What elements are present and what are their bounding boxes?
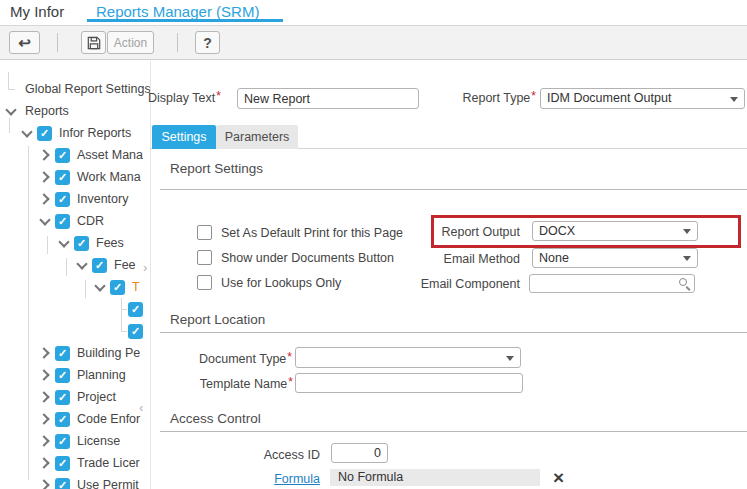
chevron-right-icon[interactable] [38,413,49,424]
chevron-right-icon[interactable] [38,435,49,446]
tree-checkbox-checked[interactable]: ✓ [55,390,70,405]
tree-expander[interactable] [19,131,34,136]
tree-item-building-pe[interactable]: ✓Building Pe [0,342,150,364]
tab-parameters[interactable]: Parameters [216,125,298,149]
tree-expander[interactable] [37,349,52,357]
document-type-dropdown[interactable] [295,347,521,368]
tree-item-fees[interactable]: ✓Fees [0,232,150,254]
tree-item-t[interactable]: ✓T [0,276,150,298]
back-button[interactable]: ↩ [9,31,40,54]
tree-item-asset-mana[interactable]: ✓Asset Mana [0,144,150,166]
tree-item-global-report-settings[interactable]: Global Report Settings [0,78,150,100]
checkbox-unchecked[interactable] [197,225,212,240]
checkbox-unchecked[interactable] [197,250,212,265]
chevron-down-icon [683,229,691,234]
tree-expander[interactable] [37,173,52,181]
tree-expander[interactable] [74,263,89,268]
tree-item[interactable]: ✓ [0,320,150,342]
tab-my-infor[interactable]: My Infor [10,3,64,20]
tab-reports-manager-srm[interactable]: Reports Manager (SRM) [96,3,259,20]
chevron-right-icon[interactable] [38,171,49,182]
tree-item-cdr[interactable]: ✓CDR [0,210,150,232]
tree-item-work-mana[interactable]: ✓Work Mana [0,166,150,188]
chevron-right-icon[interactable] [38,193,49,204]
tree-checkbox-checked[interactable]: ✓ [55,478,70,489]
splitter-collapse-left-icon[interactable]: ‹ [139,401,143,414]
checkbox-row[interactable]: Show under Documents Button [197,245,403,270]
tree-item-license[interactable]: ✓License [0,430,150,452]
save-button[interactable] [81,31,106,54]
tree-checkbox-checked[interactable]: ✓ [55,346,70,361]
email-method-dropdown[interactable]: None [532,248,698,268]
tree-item-infor-reports[interactable]: ✓Infor Reports [0,122,150,144]
report-output-dropdown[interactable]: DOCX [532,221,698,241]
tree-checkbox-checked[interactable]: ✓ [55,170,70,185]
help-button[interactable]: ? [195,31,220,54]
tree-item-trade-licer[interactable]: ✓Trade Licer [0,452,150,474]
chevron-down-icon[interactable] [94,280,105,291]
tree-item[interactable]: ✓ [0,298,150,320]
tree-expander[interactable] [92,285,107,290]
chevron-right-icon[interactable] [38,391,49,402]
tree-expander[interactable] [37,219,52,224]
tree-expander[interactable] [37,151,52,159]
tree-item-reports[interactable]: Reports [0,100,150,122]
tree-checkbox-checked[interactable]: ✓ [110,280,125,295]
tab-settings[interactable]: Settings [152,125,216,149]
chevron-down-icon[interactable] [5,104,16,115]
tree-checkbox-checked[interactable]: ✓ [92,258,107,273]
required-asterisk: * [287,350,292,364]
tree-expander[interactable] [56,241,71,246]
tree-checkbox-checked[interactable]: ✓ [55,456,70,471]
chevron-down-icon[interactable] [76,258,87,269]
email-component-field[interactable] [529,274,695,293]
tree-expander[interactable] [37,481,52,489]
tree-expander[interactable] [3,109,18,114]
tree-expander[interactable] [37,437,52,445]
chevron-right-icon[interactable] [38,149,49,160]
tree-checkbox-checked[interactable]: ✓ [128,302,143,317]
chevron-right-icon[interactable] [38,347,49,358]
display-text-input[interactable] [237,88,419,109]
template-name-input[interactable] [295,373,523,393]
tree-checkbox-checked[interactable]: ✓ [55,412,70,427]
tree-expander[interactable] [37,393,52,401]
tree-checkbox-checked[interactable]: ✓ [37,126,52,141]
tree-item-inventory[interactable]: ✓Inventory [0,188,150,210]
tree-expander[interactable] [37,195,52,203]
tree-checkbox-checked[interactable]: ✓ [55,214,70,229]
chevron-right-icon[interactable] [38,369,49,380]
tree-item-planning[interactable]: ✓Planning [0,364,150,386]
access-id-input[interactable] [331,443,388,463]
tree-checkbox-checked[interactable]: ✓ [128,324,143,339]
tree-checkbox-checked[interactable]: ✓ [55,148,70,163]
checkbox-row[interactable]: Set As Default Print for this Page [197,220,403,245]
checkbox-unchecked[interactable] [197,275,212,290]
tree-expander[interactable] [37,415,52,423]
report-type-dropdown[interactable]: IDM Document Output [540,88,745,109]
chevron-down-icon[interactable] [58,236,69,247]
lookup-magnifier-icon[interactable] [678,277,691,290]
tree-item-fee[interactable]: ✓Fee [0,254,150,276]
tree-item-use-permit[interactable]: ✓Use Permit [0,474,150,489]
tree-expander[interactable] [37,371,52,379]
undo-back-icon: ↩ [18,35,31,50]
tree-checkbox-checked[interactable]: ✓ [55,434,70,449]
chevron-down-icon[interactable] [21,126,32,137]
tree-checkbox-checked[interactable]: ✓ [55,192,70,207]
formula-link[interactable]: Formula [250,472,320,486]
splitter-expand-right-icon[interactable]: › [143,261,147,274]
formula-value-field: No Formula [330,469,540,486]
checkbox-row[interactable]: Use for Lookups Only [197,270,403,295]
tree-item-project[interactable]: ✓Project [0,386,150,408]
chevron-right-icon[interactable] [38,457,49,468]
tree-expander[interactable] [37,459,52,467]
clear-formula-x-icon[interactable]: × [553,471,564,485]
chevron-right-icon[interactable] [38,479,49,489]
chevron-down-icon[interactable] [39,214,50,225]
tree-item-code-enfor[interactable]: ✓Code Enfor [0,408,150,430]
action-button[interactable]: Action [107,31,154,54]
tree-checkbox-checked[interactable]: ✓ [74,236,89,251]
email-component-input[interactable] [530,275,678,292]
tree-checkbox-checked[interactable]: ✓ [55,368,70,383]
